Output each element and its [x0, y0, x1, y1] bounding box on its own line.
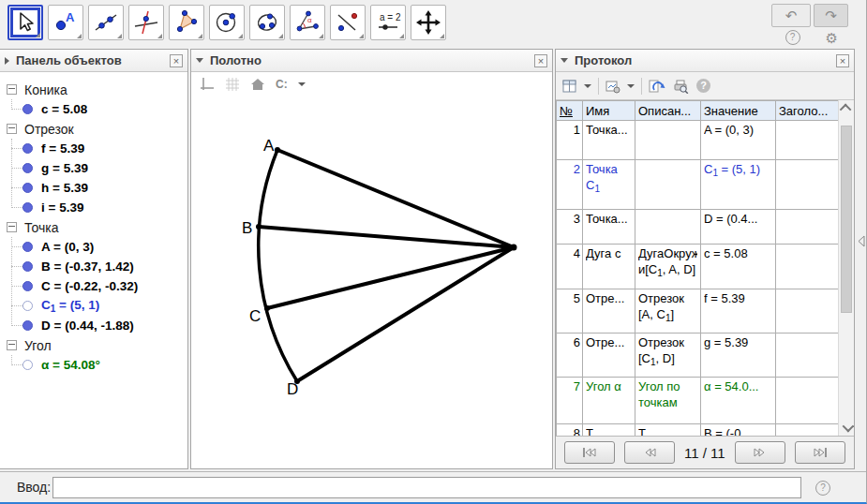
visibility-bullet[interactable] [22, 242, 33, 252]
chevron-down-icon[interactable] [584, 84, 591, 88]
conic-tool-button[interactable] [249, 5, 285, 40]
visibility-bullet[interactable] [22, 320, 33, 331]
move-graphics-tool-button[interactable] [411, 5, 446, 40]
algebra-item[interactable]: i = 5.39 [5, 198, 187, 217]
point-A[interactable] [275, 147, 280, 153]
command-input[interactable] [52, 477, 801, 498]
protocol-scrollbar[interactable] [838, 100, 854, 436]
tool-dropdown-icon[interactable] [238, 34, 243, 38]
close-icon[interactable]: × [534, 54, 547, 67]
panel-menu-arrow-icon[interactable] [561, 58, 568, 63]
grid-icon[interactable] [225, 77, 240, 92]
redo-button[interactable]: ↷ [814, 4, 848, 27]
scroll-down-icon[interactable] [839, 421, 854, 435]
tool-dropdown-icon[interactable] [319, 34, 323, 38]
visibility-bullet[interactable] [22, 163, 33, 173]
protocol-row[interactable]: 2ТочкаC1C1 = (5, 1) [557, 160, 840, 210]
protocol-row[interactable]: 4Дуга cДугаОкружности[C1, A, D]c = 5.08 [557, 245, 840, 289]
protocol-cell: c = 5.08 [701, 245, 776, 289]
export-options-icon[interactable] [605, 79, 620, 94]
redo-icon: ↷ [825, 7, 837, 23]
point-C[interactable] [264, 305, 270, 311]
panel-menu-arrow-icon[interactable] [196, 58, 203, 63]
protocol-row[interactable]: 7Угол αУгол поточкамα = 54.0... [557, 378, 840, 424]
panel-collapse-arrow-icon[interactable] [858, 235, 865, 247]
visibility-bullet[interactable] [22, 202, 33, 213]
algebra-item[interactable]: c = 5.08 [5, 99, 187, 119]
segment-D[interactable] [297, 247, 514, 381]
collapse-toggle-icon[interactable] [7, 84, 17, 95]
algebra-item[interactable]: h = 5.39 [5, 178, 187, 198]
home-icon[interactable] [250, 78, 265, 91]
move-tool-button[interactable] [7, 5, 43, 40]
protocol-row[interactable]: 5Отре...Отрезок[A, C1]f = 5.39 [557, 289, 840, 334]
scrollbar-thumb[interactable] [841, 126, 852, 313]
visibility-bullet[interactable] [22, 301, 33, 311]
protocol-row[interactable]: 1Точка...A = (0, 3) [557, 121, 840, 160]
algebra-item[interactable]: C = (-0.22, -0.32) [5, 276, 187, 296]
print-preview-icon[interactable] [673, 79, 690, 94]
arc-c[interactable] [259, 150, 297, 381]
drawing-pad[interactable]: ABCD [191, 96, 552, 468]
algebra-item[interactable]: D = (0.44, -1.88) [5, 316, 187, 335]
tool-dropdown-icon[interactable] [278, 34, 283, 38]
reflect-tool-button[interactable] [330, 5, 366, 40]
collapse-toggle-icon[interactable] [7, 340, 17, 350]
algebra-item[interactable]: C1 = (5, 1) [5, 296, 187, 316]
panel-menu-arrow-icon[interactable] [5, 57, 9, 65]
protocol-row[interactable]: 6Отре...Отрезок[C1, D]g = 5.39 [557, 334, 840, 378]
last-step-button[interactable] [795, 441, 845, 464]
point-B[interactable] [256, 224, 262, 230]
gear-icon[interactable]: ⚙ [826, 31, 838, 45]
scroll-up-icon[interactable] [839, 101, 854, 115]
previous-step-button[interactable] [624, 441, 675, 464]
visibility-bullet[interactable] [22, 281, 33, 291]
circle-tool-button[interactable] [209, 5, 245, 40]
visibility-bullet[interactable] [22, 360, 33, 370]
tool-dropdown-icon[interactable] [36, 33, 40, 37]
angle-tool-button[interactable]: α [290, 5, 325, 40]
chevron-down-icon[interactable] [627, 84, 635, 88]
first-step-button[interactable] [564, 441, 615, 464]
tool-dropdown-icon[interactable] [77, 34, 82, 38]
algebra-item[interactable]: f = 5.39 [5, 139, 187, 158]
line-tool-button[interactable] [88, 5, 124, 40]
collapse-toggle-icon[interactable] [7, 222, 17, 232]
protocol-cell: α = 54.0... [701, 378, 776, 424]
algebra-item[interactable]: B = (-0.37, 1.42) [5, 257, 187, 276]
visibility-bullet[interactable] [22, 261, 33, 272]
replay-construction-icon[interactable] [649, 79, 666, 94]
point-capturing-label[interactable]: C: [276, 78, 288, 91]
tool-dropdown-icon[interactable] [440, 34, 444, 38]
algebra-item[interactable]: α = 54.08° [5, 355, 187, 375]
polygon-tool-button[interactable] [169, 5, 204, 40]
perpendicular-tool-button[interactable] [128, 5, 164, 40]
chevron-down-icon[interactable] [298, 82, 306, 86]
visibility-bullet[interactable] [22, 104, 33, 114]
object-value: h = 5.39 [41, 181, 88, 195]
next-step-button[interactable] [735, 441, 785, 464]
point-tool-button[interactable]: A [48, 5, 83, 40]
slider-tool-button[interactable]: a = 2 [370, 5, 406, 40]
columns-icon[interactable] [562, 79, 577, 94]
tool-dropdown-icon[interactable] [157, 34, 162, 38]
close-icon[interactable]: × [836, 54, 849, 67]
algebra-item[interactable]: g = 5.39 [5, 158, 187, 178]
tool-dropdown-icon[interactable] [399, 34, 404, 38]
protocol-row[interactable]: 3Точка...D = (0.4... [557, 210, 840, 245]
visibility-bullet[interactable] [22, 143, 33, 154]
protocol-row[interactable]: 8Т...Т...B = (-0... [557, 424, 840, 437]
collapse-toggle-icon[interactable] [7, 124, 17, 134]
close-icon[interactable]: × [170, 54, 183, 67]
visibility-bullet[interactable] [22, 183, 33, 193]
help-icon[interactable]: ? [815, 481, 830, 496]
axes-icon[interactable] [200, 77, 215, 92]
tool-dropdown-icon[interactable] [198, 34, 202, 38]
undo-button[interactable]: ↶ [771, 4, 811, 27]
help-icon[interactable]: ? [696, 79, 710, 93]
help-icon[interactable]: ? [785, 30, 800, 45]
tool-dropdown-icon[interactable] [117, 34, 122, 38]
segment-C[interactable] [267, 247, 514, 308]
algebra-item[interactable]: A = (0, 3) [5, 237, 187, 257]
tool-dropdown-icon[interactable] [359, 34, 364, 38]
